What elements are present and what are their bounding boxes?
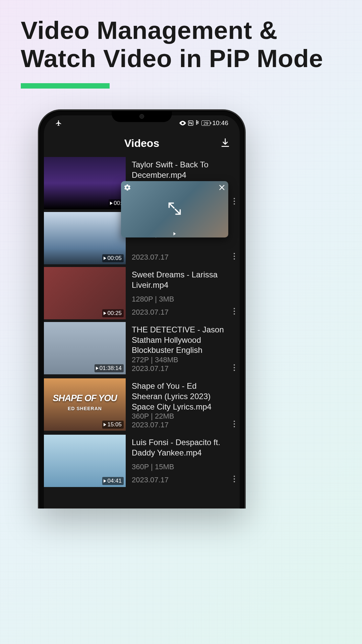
headline-block: Video Management & Watch Video in PiP Mo… xyxy=(0,0,362,89)
play-icon xyxy=(96,367,99,370)
video-size: 3MB xyxy=(159,295,174,303)
video-resolution: 1280P xyxy=(132,295,153,303)
video-resolution: 360P xyxy=(132,412,149,420)
app-header: Videos xyxy=(44,131,240,156)
play-icon xyxy=(104,423,106,426)
video-title: Shape of You - Ed Sheeran (Lyrics 2023) … xyxy=(132,381,227,412)
video-thumbnail[interactable]: 04:41 xyxy=(44,435,126,487)
video-item[interactable]: 01:38:14 THE DETECTIVE - Jason Statham H… xyxy=(44,321,240,377)
more-button[interactable] xyxy=(234,198,235,205)
screen-title: Videos xyxy=(124,137,159,150)
video-resolution: 272P xyxy=(132,356,149,364)
video-size: 348MB xyxy=(155,356,178,364)
expand-icon[interactable] xyxy=(167,201,182,217)
headline-line-2: Watch Video in PiP Mode xyxy=(21,44,323,72)
video-meta: 1280P | 3MB xyxy=(132,295,227,304)
video-date: 2023.07.17 xyxy=(132,364,227,373)
video-title: Luis Fonsi - Despacito ft. Daddy Yankee.… xyxy=(132,437,227,458)
duration-text: 00:25 xyxy=(107,310,122,317)
play-icon xyxy=(104,312,106,315)
video-title: Taylor Swift - Back To December.mp4 xyxy=(132,160,227,180)
video-thumbnail[interactable]: 00:25 xyxy=(44,267,126,319)
nfc-icon xyxy=(188,120,193,126)
page-title: Video Management & Watch Video in PiP Mo… xyxy=(21,16,341,72)
play-icon xyxy=(104,257,106,260)
phone-notch xyxy=(112,110,172,122)
pip-window[interactable] xyxy=(121,181,228,237)
duration-badge: 00:05 xyxy=(102,254,124,262)
download-button[interactable] xyxy=(220,138,230,149)
play-icon xyxy=(104,479,106,483)
duration-badge: 00:25 xyxy=(102,309,124,317)
phone-side-button xyxy=(245,292,246,339)
video-size: 15MB xyxy=(155,463,174,471)
video-date: 2023.07.17 xyxy=(132,253,227,262)
thumb-overlay-sub: ED SHEERAN xyxy=(44,406,126,411)
duration-text: 04:41 xyxy=(107,478,122,484)
more-button[interactable] xyxy=(234,308,235,315)
more-button[interactable] xyxy=(234,421,235,427)
battery-indicator: 29 xyxy=(201,120,210,126)
phone-screen: 29 10:46 Videos 00: Taylor xyxy=(44,115,240,508)
thumb-overlay-title: SHAPE OF YOU xyxy=(44,393,126,404)
duration-badge: 01:38:14 xyxy=(95,364,124,372)
duration-text: 01:38:14 xyxy=(100,365,122,372)
airplane-icon xyxy=(55,120,62,126)
video-date: 2023.07.17 xyxy=(132,308,227,317)
duration-text: 15:05 xyxy=(107,421,122,428)
video-meta: 360P | 22MB xyxy=(132,412,227,421)
video-date: 2023.07.17 xyxy=(132,421,227,429)
headline-line-1: Video Management & xyxy=(21,16,278,44)
video-item[interactable]: 00:25 Sweet Dreams - Larissa Liveir.mp4 … xyxy=(44,266,240,321)
play-icon xyxy=(110,202,113,205)
play-icon[interactable] xyxy=(174,232,176,235)
video-item[interactable]: 04:41 Luis Fonsi - Despacito ft. Daddy Y… xyxy=(44,433,240,488)
gear-icon[interactable] xyxy=(124,184,131,193)
video-size: 22MB xyxy=(155,412,174,420)
duration-badge: 04:41 xyxy=(102,477,124,485)
video-thumbnail[interactable]: 00: xyxy=(44,157,126,209)
battery-level: 29 xyxy=(203,121,208,126)
more-button[interactable] xyxy=(234,253,235,260)
duration-text: 00:05 xyxy=(107,255,122,262)
video-thumbnail[interactable]: 00:05 xyxy=(44,212,126,264)
video-title: THE DETECTIVE - Jason Statham Hollywood … xyxy=(132,325,227,356)
video-title: Sweet Dreams - Larissa Liveir.mp4 xyxy=(132,270,227,290)
close-icon[interactable] xyxy=(218,184,226,193)
video-date: 2023.07.17 xyxy=(132,476,227,484)
status-time: 10:46 xyxy=(212,119,228,127)
phone-side-button xyxy=(245,238,246,285)
video-meta: 360P | 15MB xyxy=(132,463,227,471)
video-thumbnail[interactable]: 01:38:14 xyxy=(44,322,126,374)
more-button[interactable] xyxy=(234,364,235,371)
more-button[interactable] xyxy=(234,476,235,482)
headline-underline xyxy=(21,83,110,89)
phone-side-button xyxy=(245,198,246,228)
duration-text: 00: xyxy=(114,200,122,207)
video-item[interactable]: SHAPE OF YOU ED SHEERAN 15:05 Shape of Y… xyxy=(44,377,240,433)
video-meta: 272P | 348MB xyxy=(132,356,227,364)
phone-mock: 29 10:46 Videos 00: Taylor xyxy=(38,109,246,508)
video-resolution: 360P xyxy=(132,463,149,471)
eye-icon xyxy=(179,121,186,125)
bluetooth-icon xyxy=(195,120,199,126)
duration-badge: 15:05 xyxy=(102,421,124,429)
video-thumbnail[interactable]: SHAPE OF YOU ED SHEERAN 15:05 xyxy=(44,378,126,431)
